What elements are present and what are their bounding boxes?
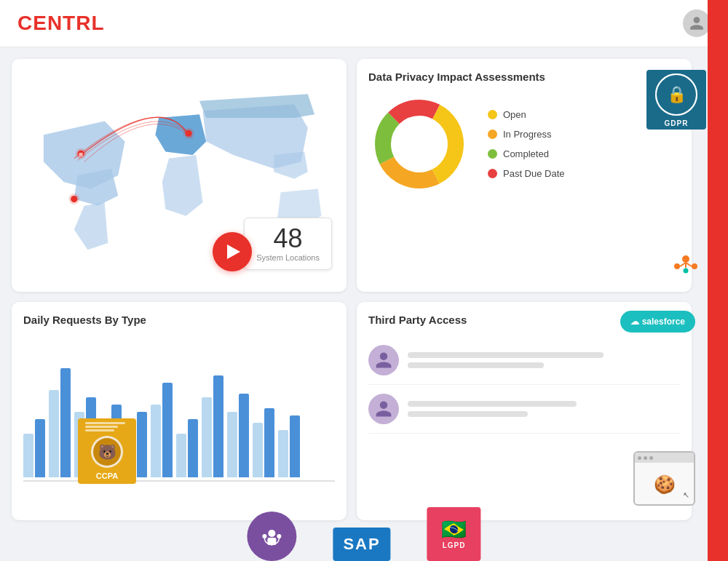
dpia-content: Open In Progress Completed Past Due Date [368, 93, 680, 195]
legend-in-progress: In Progress [488, 129, 565, 140]
svg-point-6 [185, 130, 191, 137]
past-due-label: Past Due Date [503, 168, 565, 179]
tp-item-1 [368, 336, 680, 385]
bar-group-11 [278, 415, 300, 477]
completed-dot [488, 149, 497, 159]
bar-chart: 🐻 CCPA [23, 336, 335, 482]
svg-point-4 [71, 196, 77, 202]
bar-group-6 [151, 383, 173, 477]
dpia-card: Data Privacy Impact Assessments [357, 59, 692, 292]
map-card: ⊞ 48 System Locations [12, 59, 347, 292]
bar-group-2 [49, 368, 71, 477]
tp-avatar-2 [368, 394, 399, 424]
bar [151, 405, 161, 477]
system-locations-number: 48 [256, 226, 320, 252]
bar [60, 368, 71, 477]
open-label: Open [503, 109, 526, 120]
dpia-title: Data Privacy Impact Assessments [368, 71, 680, 83]
cookie-icon-box: 🍪 ↖ [633, 451, 695, 506]
bar [290, 415, 300, 477]
ccpa-label: CCPA [96, 472, 118, 480]
main-content: ⊞ 48 System Locations Data Privacy Impac… [0, 47, 728, 561]
svg-point-14 [674, 263, 680, 269]
svg-point-17 [684, 268, 689, 274]
tp-item-2 [368, 385, 680, 434]
bar [278, 430, 288, 477]
svg-line-15 [686, 263, 692, 266]
ccpa-lines [85, 422, 129, 431]
bar [176, 434, 186, 477]
daily-requests-title: Daily Requests By Type [23, 314, 335, 326]
bar [239, 394, 249, 477]
salesforce-badge: ☁ salesforce [620, 311, 695, 333]
svg-point-11 [399, 124, 440, 164]
in-progress-dot [488, 130, 497, 139]
gdpr-badge: 🔒 GDPR [646, 70, 706, 130]
svg-point-12 [682, 255, 689, 263]
bar-group-1 [23, 419, 45, 477]
tp-line [408, 362, 544, 368]
bar-group-7 [176, 419, 198, 477]
bar-group-8 [202, 375, 223, 477]
cookie-browser-bar [635, 453, 694, 463]
bar [264, 408, 274, 477]
system-locations-box: 48 System Locations [244, 218, 332, 270]
tp-lines-1 [408, 352, 680, 368]
system-locations-label: System Locations [256, 253, 320, 262]
completed-label: Completed [503, 148, 549, 159]
bar [253, 423, 263, 477]
bar [49, 390, 59, 477]
tp-lines-2 [408, 401, 680, 417]
logo: CENTRL [17, 12, 105, 35]
tp-avatar-1 [368, 345, 399, 375]
third-party-card: Third Party Access ☁ salesforce [357, 302, 692, 520]
svg-point-13 [692, 263, 697, 269]
legend-open: Open [488, 109, 565, 120]
salesforce-label: salesforce [642, 317, 685, 327]
bar-group-10 [253, 408, 274, 477]
play-button[interactable] [213, 232, 252, 271]
legend: Open In Progress Completed Past Due Date [488, 109, 565, 179]
svg-line-16 [680, 263, 686, 266]
ccpa-badge: 🐻 CCPA [78, 418, 136, 484]
cookie-emoji: 🍪 [654, 474, 676, 495]
svg-text:⊞: ⊞ [79, 152, 83, 157]
legend-completed: Completed [488, 148, 565, 159]
tp-line [408, 411, 528, 417]
bar [188, 419, 198, 477]
side-accent [708, 0, 728, 561]
bar [35, 419, 45, 477]
cookie-content: 🍪 [651, 464, 678, 504]
bar [137, 412, 147, 477]
play-icon [227, 244, 240, 259]
header: CENTRL [0, 0, 728, 47]
hubspot-icon [671, 249, 700, 285]
bar [227, 412, 237, 477]
daily-requests-card: Daily Requests By Type [12, 302, 347, 520]
open-dot [488, 110, 497, 119]
ccpa-state-icon: 🐻 [91, 436, 123, 468]
bar [213, 375, 223, 477]
tp-line [408, 352, 604, 358]
bar [202, 397, 212, 477]
in-progress-label: In Progress [503, 129, 551, 140]
tp-line [408, 401, 577, 407]
donut-chart [368, 93, 470, 195]
gdpr-label: GDPR [665, 119, 689, 127]
legend-past-due: Past Due Date [488, 168, 565, 179]
bar [23, 434, 33, 477]
bar [162, 383, 173, 477]
cursor-icon: ↖ [683, 490, 689, 500]
past-due-dot [488, 169, 497, 178]
avatar [683, 9, 711, 37]
bar-group-9 [227, 394, 249, 477]
